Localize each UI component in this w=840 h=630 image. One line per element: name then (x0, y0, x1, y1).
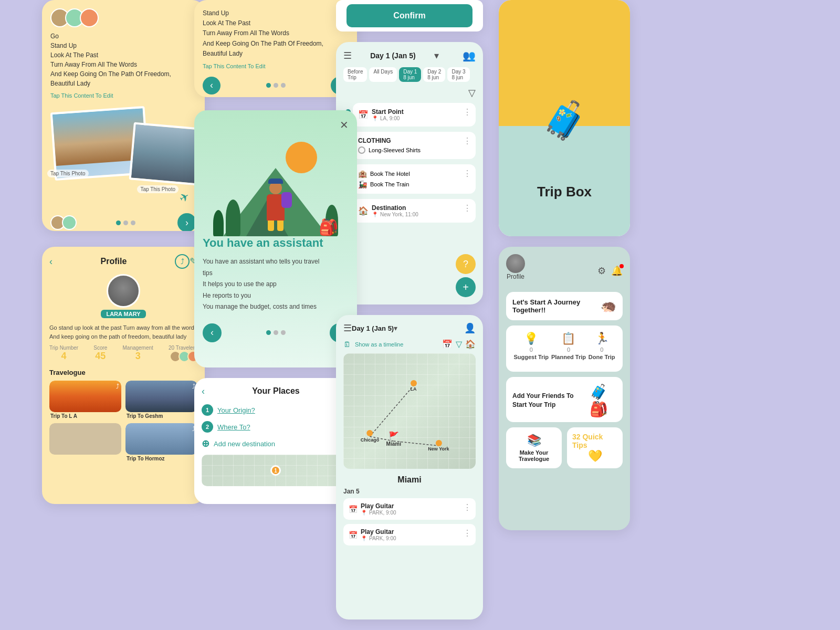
card2-tap-edit[interactable]: Tap This Content To Edit (194, 63, 357, 74)
trip-la-item[interactable]: Trip To L A ⤴ (49, 381, 121, 419)
clothing-card: CLOTHING Long-Sleeved Shirts ⋮ (353, 132, 476, 159)
friends-emoji: 🧳🎒 (590, 383, 616, 418)
filter-icon[interactable]: ▽ (468, 87, 476, 99)
day-planner-card: ☰ Day 1 (Jan 5) ▾ 👥 BeforeTrip All Days … (336, 42, 483, 304)
tap-photo-1-label[interactable]: Tap This Photo (137, 185, 178, 193)
clothing-more[interactable]: ⋮ (463, 136, 471, 146)
dot-3 (131, 220, 135, 225)
destination-sub: 📍New York, 11:00 (372, 212, 418, 217)
small-avatars (50, 215, 74, 230)
map-day-header: ☰ Day 1 (Jan 5) ▾ 👤 (343, 322, 476, 334)
trip-hormoz-label: Trip To Hormoz (125, 456, 197, 461)
places-back-button[interactable]: ‹ (202, 386, 205, 397)
suggest-trip-item[interactable]: 💡 0 Suggest Trip (513, 332, 549, 360)
profile-share-button[interactable]: ⤴ (175, 254, 190, 269)
chevron-icon[interactable]: ▾ (434, 50, 439, 61)
menu-icon[interactable]: ☰ (343, 50, 352, 61)
map-menu-icon[interactable]: ☰ (343, 322, 352, 334)
done-trip-item[interactable]: 🏃 0 Done Trip (589, 332, 615, 360)
start-point-item: 📅 Start Point 📍LA, 9:00 ⋮ (353, 103, 476, 127)
destination-card: 🏠 Destination 📍New York, 11:00 ⋮ (353, 199, 476, 223)
user-location-icon: 👤 (464, 322, 476, 334)
assistant-prev-button[interactable]: ‹ (203, 323, 222, 342)
map-day-chevron[interactable]: ▾ (394, 324, 397, 332)
place-link-1[interactable]: Your Origin? (217, 406, 255, 414)
place-link-2[interactable]: Where To? (217, 423, 250, 431)
person-illustration (267, 176, 285, 231)
person-leg-2 (277, 220, 284, 231)
add-destination-button[interactable]: ⊕ Add new destination (202, 438, 350, 449)
suggest-trip-icon: 💡 (524, 332, 538, 345)
trip-hormoz-item[interactable]: Trip To Hormoz ⤴ (125, 423, 197, 461)
hotel-label: Book The Hotel (370, 171, 410, 177)
c2-dot-3 (281, 83, 286, 88)
home-action-icon[interactable]: 🏠 (465, 339, 476, 349)
trip-geshm-item[interactable]: Trip To Geshm ⤴ (125, 381, 197, 419)
a-dot-2 (274, 330, 278, 335)
card1-next-button[interactable]: › (177, 213, 196, 231)
suggest-trip-count: 0 (530, 346, 533, 353)
calendar-action-icon[interactable]: 📅 (442, 339, 453, 349)
stat-travelers: 20 Travelers (169, 345, 197, 362)
tab-day1[interactable]: Day 18 jun (399, 67, 421, 82)
tab-all-days[interactable]: All Days (369, 67, 397, 82)
activity-1: 📅 Play Guitar 📍PARK, 9:00 ⋮ (343, 498, 476, 520)
train-label: Book The Train (370, 181, 409, 187)
profile-header: ‹ Profile ⤴ ✎ (49, 254, 197, 269)
dot-2 (123, 220, 128, 225)
destination-more[interactable]: ⋮ (463, 203, 471, 213)
show-timeline-toggle[interactable]: 🗓 Show as a timeline 📅 ▽ 🏠 (343, 339, 476, 349)
miami-marker: 🚩 Miami (386, 431, 401, 447)
activity-1-sub: 📍PARK, 9:00 (361, 510, 396, 516)
trees-left (213, 200, 240, 236)
planned-trip-item[interactable]: 📋 0 Planned Trip (551, 332, 586, 360)
activity-2-title: Play Guitar (361, 528, 396, 536)
activity-1-more[interactable]: ⋮ (463, 502, 471, 512)
calendar-icon: 📅 (358, 110, 369, 120)
dot-1 (116, 220, 121, 225)
travelogue-card[interactable]: 📚 Make YourTravelogue (506, 427, 562, 468)
tap-photo-2-label[interactable]: Tap This Photo (47, 170, 89, 177)
confirm-button[interactable]: Confirm (346, 4, 472, 27)
booking-more[interactable]: ⋮ (463, 169, 471, 178)
help-fab-button[interactable]: ? (456, 254, 476, 274)
train-booking: 🚂 Book The Train (358, 180, 470, 188)
tab-before-trip[interactable]: BeforeTrip (343, 67, 367, 82)
assistant-close-button[interactable]: ✕ (340, 119, 349, 131)
right-panel-card: Profile ⚙ 🔔 Let's Start A Journey Togeth… (499, 247, 630, 530)
friends-text: Add Your Friends To Start Your Trip (512, 392, 590, 410)
card1-bottom: › (42, 209, 205, 231)
booking-card: 🏨 Book The Hotel 🚂 Book The Train ⋮ (353, 164, 476, 194)
filter-action-icon[interactable]: ▽ (456, 339, 462, 349)
booking-item: 🏨 Book The Hotel 🚂 Book The Train ⋮ (353, 164, 476, 194)
filter-row: ▽ (343, 87, 476, 99)
map-routes (343, 353, 476, 469)
start-point-more[interactable]: ⋮ (463, 107, 471, 117)
suitcase-icon: 🧳 (542, 99, 587, 142)
photo-2[interactable] (129, 122, 202, 186)
trip-box-card: 🧳 Trip Box (499, 0, 630, 236)
clothing-checkbox[interactable] (358, 146, 365, 154)
done-trip-label: Done Trip (589, 354, 615, 360)
person-leg-1 (268, 220, 274, 231)
tab-day3[interactable]: Day 38 jun (447, 67, 469, 82)
card2-prev-button[interactable]: ‹ (203, 77, 220, 94)
day-header: ☰ Day 1 (Jan 5) ▾ 👥 (343, 49, 476, 62)
trip-la-label: Trip To L A (49, 413, 121, 419)
tap-edit-link[interactable]: Tap This Content To Edit (42, 92, 205, 104)
small-character-icon: 🎒 (319, 218, 338, 236)
tab-day2[interactable]: Day 28 jun (423, 67, 445, 82)
add-fab-button[interactable]: + (456, 277, 476, 297)
activity-2-more[interactable]: ⋮ (463, 528, 471, 538)
friends-card: Add Your Friends To Start Your Trip 🧳🎒 (506, 377, 623, 422)
group-icon: 👥 (463, 49, 476, 62)
settings-button[interactable]: ⚙ (597, 265, 606, 277)
travelers-avatars (170, 351, 196, 362)
activity-1-title: Play Guitar (361, 502, 396, 510)
trip-la-share[interactable]: ⤴ (116, 383, 119, 390)
your-places-card: ‹ Your Places ⤡ 1 Your Origin? 2 Where T… (194, 378, 357, 504)
quick-tips-card[interactable]: 32 Quick Tips 💛 (567, 427, 623, 468)
notification-badge (620, 264, 624, 268)
start-point-sub: 📍LA, 9:00 (372, 116, 404, 121)
done-trip-icon: 🏃 (595, 332, 609, 345)
